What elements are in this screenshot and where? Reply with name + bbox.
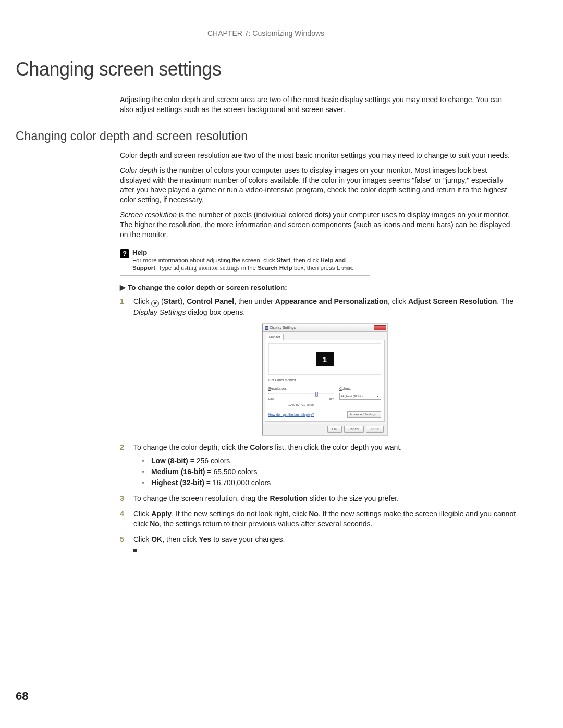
slider-high-label: High (328, 397, 334, 401)
procedure-arrow-icon: ▶ (120, 283, 126, 291)
help-body: For more information about adjusting the… (132, 256, 370, 272)
advanced-settings-button[interactable]: Advanced Settings... (347, 411, 381, 417)
help-icon: ? (120, 249, 129, 258)
section-heading: Changing color depth and screen resoluti… (16, 129, 516, 143)
step-3: To change the screen resolution, drag th… (120, 493, 516, 504)
resolution-slider[interactable] (268, 393, 334, 394)
intro-paragraph: Adjusting the color depth and screen are… (120, 95, 516, 115)
monitor-preview: 1 (268, 343, 381, 375)
tab-monitor[interactable]: Monitor (266, 334, 284, 340)
bullet-medium: Medium (16-bit) = 65,500 colors (142, 466, 516, 477)
chevron-down-icon: ▼ (376, 394, 379, 398)
step-2: To change the color depth, click the Col… (120, 442, 516, 489)
bullet-highest: Highest (32-bit) = 16,700,000 colors (142, 477, 516, 488)
step-1: Click ✹ (Start), Control Panel, then und… (120, 297, 516, 435)
step-5: Click OK, then click Yes to save your ch… (120, 535, 516, 555)
bullet-low: Low (8-bit) = 256 colors (142, 455, 516, 466)
start-icon: ✹ (151, 300, 159, 307)
colors-dropdown[interactable]: Highest (32 bit) ▼ (339, 393, 381, 399)
body-paragraph-2: Color depth is the number of colors your… (120, 166, 516, 205)
resolution-label: Resolution: (268, 386, 334, 391)
page-number: 68 (16, 689, 28, 703)
procedure-title: ▶To change the color depth or screen res… (120, 283, 516, 291)
body-paragraph-1: Color depth and screen resolution are tw… (120, 151, 516, 161)
slider-low-label: Low (268, 397, 274, 401)
dialog-title-icon (265, 326, 268, 330)
body-paragraph-3: Screen resolution is the number of pixel… (120, 210, 516, 240)
monitor-number: 1 (316, 352, 334, 366)
ok-button[interactable]: OK (327, 426, 341, 433)
help-callout: ? Help For more information about adjust… (120, 245, 370, 276)
step-4: Click Apply. If the new settings do not … (120, 509, 516, 529)
dialog-title-text: Display Settings (270, 325, 296, 330)
apply-button[interactable]: Apply (366, 426, 384, 433)
resolution-value: 1080 by 720 pixels (268, 403, 334, 407)
cancel-button[interactable]: Cancel (344, 426, 364, 433)
term-color-depth: Color depth (120, 166, 157, 175)
help-title: Help (132, 249, 370, 256)
colors-label: Colors: (339, 386, 381, 391)
close-icon[interactable] (374, 325, 386, 330)
term-screen-resolution: Screen resolution (120, 211, 177, 219)
chapter-header: CHAPTER 7: Customizing Windows (16, 29, 516, 38)
help-link[interactable]: How do I get the best display? (268, 412, 314, 417)
display-settings-dialog: Display Settings Monitor 1 Flat Panel Mo… (262, 324, 387, 435)
page-title: Changing screen settings (16, 58, 516, 80)
monitor-name-label: Flat Panel Monitor (268, 378, 381, 382)
end-mark-icon (133, 549, 137, 552)
